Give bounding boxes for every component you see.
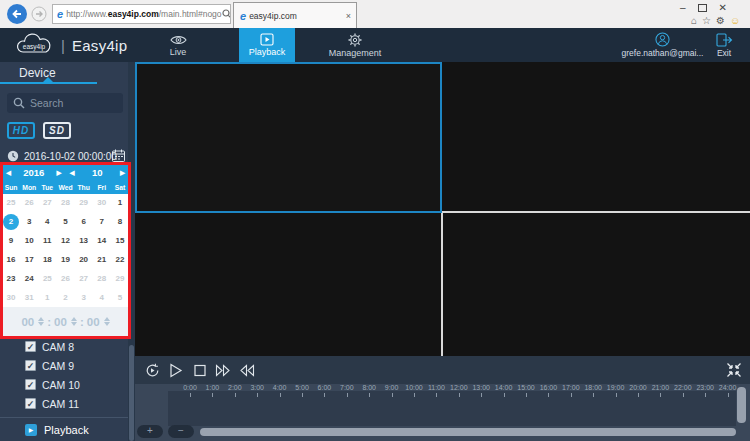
exit-fullscreen-icon[interactable] — [726, 362, 742, 378]
calendar-day[interactable]: 6 — [76, 214, 92, 230]
minutes-stepper[interactable] — [71, 317, 77, 326]
stop-icon[interactable] — [193, 363, 207, 378]
calendar-day[interactable]: 7 — [94, 214, 110, 230]
camera-checkbox[interactable]: ✓ — [25, 379, 36, 390]
spin-up-icon[interactable] — [104, 317, 110, 321]
camera-checkbox[interactable]: ✓ — [25, 341, 36, 352]
calendar-day[interactable]: 23 — [3, 271, 19, 287]
timeline-vertical-scrollbar[interactable] — [737, 387, 746, 423]
sidebar-scrollbar-thumb[interactable] — [129, 345, 134, 441]
search-input[interactable] — [30, 97, 110, 109]
next-year-icon[interactable]: ▶ — [53, 169, 66, 177]
settings-gear-icon[interactable]: ⚙ — [716, 15, 725, 27]
search-icon[interactable] — [222, 9, 231, 19]
calendar-day[interactable]: 27 — [39, 195, 55, 211]
seconds-stepper[interactable] — [104, 317, 110, 326]
calendar-day[interactable]: 26 — [57, 271, 73, 287]
calendar-day[interactable]: 12 — [57, 233, 73, 249]
maximize-button[interactable] — [698, 4, 707, 12]
browser-back-button[interactable] — [6, 3, 28, 25]
camera-checkbox[interactable]: ✓ — [25, 360, 36, 371]
calendar-day[interactable]: 11 — [39, 233, 55, 249]
calendar-day[interactable]: 4 — [94, 290, 110, 306]
fast-forward-icon[interactable] — [215, 363, 231, 378]
calendar-day[interactable]: 29 — [112, 271, 128, 287]
timeline-zoom-in-button[interactable]: + — [137, 425, 163, 438]
calendar-day[interactable]: 4 — [39, 214, 55, 230]
calendar-day[interactable]: 30 — [3, 290, 19, 306]
calendar-day[interactable]: 25 — [3, 195, 19, 211]
replay-icon[interactable] — [145, 363, 160, 378]
camera-label: CAM 9 — [42, 360, 74, 372]
calendar-day[interactable]: 21 — [94, 252, 110, 268]
calendar-day[interactable]: 2 — [57, 290, 73, 306]
calendar-day[interactable]: 5 — [112, 290, 128, 306]
calendar-day[interactable]: 29 — [76, 195, 92, 211]
timeline-zoom-out-button[interactable]: − — [168, 425, 194, 438]
minimize-button[interactable]: – — [680, 2, 686, 13]
calendar-day[interactable]: 3 — [21, 214, 37, 230]
nav-live[interactable]: Live — [150, 28, 206, 62]
nav-playback[interactable]: Playback — [239, 28, 295, 62]
calendar-day[interactable]: 14 — [94, 233, 110, 249]
nav-management[interactable]: Management — [327, 28, 383, 62]
hours-stepper[interactable] — [38, 317, 44, 326]
calendar-day[interactable]: 16 — [3, 252, 19, 268]
calendar-day[interactable]: 22 — [112, 252, 128, 268]
browser-chrome: e http://www.easy4ip.com/main.html#nogo … — [0, 0, 750, 28]
exit-button[interactable]: Exit — [706, 28, 742, 62]
play-icon[interactable] — [169, 363, 183, 378]
calendar-day[interactable]: 25 — [39, 271, 55, 287]
calendar-day[interactable]: 1 — [112, 195, 128, 211]
calendar-day[interactable]: 27 — [76, 271, 92, 287]
calendar-day[interactable]: 28 — [94, 271, 110, 287]
rewind-icon[interactable] — [239, 363, 255, 378]
calendar-day[interactable]: 26 — [21, 195, 37, 211]
calendar-day[interactable]: 17 — [21, 252, 37, 268]
calendar-day-selected[interactable]: 2 — [3, 214, 19, 230]
spin-up-icon[interactable] — [71, 317, 77, 321]
camera-checkbox[interactable]: ✓ — [25, 398, 36, 409]
timeline-horizontal-scrollbar[interactable] — [200, 428, 736, 436]
favorites-star-icon[interactable]: ☆ — [702, 15, 711, 27]
sd-button[interactable]: SD — [43, 122, 71, 139]
prev-month-icon[interactable]: ◀ — [66, 169, 79, 177]
calendar-day[interactable]: 9 — [3, 233, 19, 249]
spin-down-icon[interactable] — [104, 322, 110, 326]
timeline-track[interactable] — [168, 391, 736, 426]
device-search[interactable] — [7, 93, 123, 113]
hd-button[interactable]: HD — [7, 122, 35, 139]
spin-up-icon[interactable] — [38, 317, 44, 321]
browser-tab[interactable]: e easy4ip.com × — [233, 2, 357, 28]
calendar-day[interactable]: 3 — [76, 290, 92, 306]
tab-close-icon[interactable]: × — [346, 11, 351, 21]
calendar-day[interactable]: 28 — [57, 195, 73, 211]
calendar-day[interactable]: 24 — [21, 271, 37, 287]
calendar-day[interactable]: 8 — [112, 214, 128, 230]
grid-divider-horizontal — [442, 211, 750, 213]
spin-down-icon[interactable] — [38, 322, 44, 326]
prev-year-icon[interactable]: ◀ — [2, 169, 15, 177]
calendar-day[interactable]: 20 — [76, 252, 92, 268]
calendar-day[interactable]: 15 — [112, 233, 128, 249]
calendar-icon[interactable] — [112, 149, 125, 162]
calendar-day[interactable]: 18 — [39, 252, 55, 268]
browser-forward-button[interactable] — [31, 6, 47, 22]
calendar-day[interactable]: 31 — [21, 290, 37, 306]
sidebar-scrollbar[interactable] — [128, 62, 135, 441]
spin-down-icon[interactable] — [71, 322, 77, 326]
calendar-day[interactable]: 10 — [21, 233, 37, 249]
close-button[interactable]: ✕ — [719, 2, 727, 13]
calendar-day[interactable]: 30 — [94, 195, 110, 211]
address-bar[interactable]: e http://www.easy4ip.com/main.html#nogo — [52, 4, 231, 24]
home-icon[interactable]: ⌂ — [691, 15, 697, 27]
calendar-day[interactable]: 5 — [57, 214, 73, 230]
calendar-day[interactable]: 1 — [39, 290, 55, 306]
video-cell-1-selected[interactable] — [135, 62, 442, 213]
feedback-smiley-icon[interactable]: ☺ — [730, 15, 740, 27]
user-account[interactable]: grefe.nathan@gmai... — [615, 28, 710, 62]
playback-icon — [260, 33, 274, 46]
calendar-day[interactable]: 13 — [76, 233, 92, 249]
playback-section-header[interactable]: ▶ Playback — [0, 418, 128, 441]
calendar-day[interactable]: 19 — [57, 252, 73, 268]
